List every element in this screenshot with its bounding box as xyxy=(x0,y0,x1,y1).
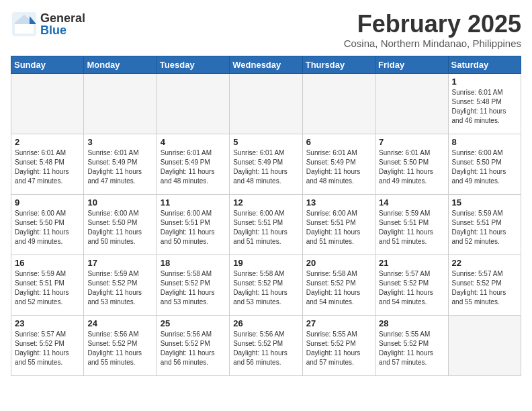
logo: General Blue xyxy=(11,11,85,38)
day-number: 15 xyxy=(452,197,517,208)
day-info: Sunrise: 5:56 AM Sunset: 5:52 PM Dayligh… xyxy=(161,330,226,367)
svg-rect-3 xyxy=(15,24,34,34)
calendar-cell: 12Sunrise: 6:00 AM Sunset: 5:51 PM Dayli… xyxy=(230,194,302,255)
weekday-header-thursday: Thursday xyxy=(302,56,375,73)
day-number: 22 xyxy=(452,258,517,268)
day-number: 4 xyxy=(161,137,226,147)
calendar-cell: 15Sunrise: 5:59 AM Sunset: 5:51 PM Dayli… xyxy=(448,194,521,255)
day-info: Sunrise: 5:59 AM Sunset: 5:52 PM Dayligh… xyxy=(87,269,152,307)
logo-name: General Blue xyxy=(40,12,85,36)
day-info: Sunrise: 6:01 AM Sunset: 5:50 PM Dayligh… xyxy=(379,148,444,186)
day-number: 19 xyxy=(233,258,298,268)
day-info: Sunrise: 5:57 AM Sunset: 5:52 PM Dayligh… xyxy=(452,269,517,307)
day-info: Sunrise: 6:00 AM Sunset: 5:50 PM Dayligh… xyxy=(452,148,517,186)
day-info: Sunrise: 6:00 AM Sunset: 5:50 PM Dayligh… xyxy=(87,209,152,246)
day-info: Sunrise: 5:59 AM Sunset: 5:51 PM Dayligh… xyxy=(15,269,80,307)
day-number: 21 xyxy=(379,258,444,268)
calendar-cell xyxy=(230,73,302,134)
day-info: Sunrise: 5:55 AM Sunset: 5:52 PM Dayligh… xyxy=(379,330,444,367)
day-info: Sunrise: 6:00 AM Sunset: 5:50 PM Dayligh… xyxy=(15,209,80,246)
calendar-cell: 22Sunrise: 5:57 AM Sunset: 5:52 PM Dayli… xyxy=(448,255,521,315)
location-title: Cosina, Northern Mindanao, Philippines xyxy=(344,38,521,49)
day-info: Sunrise: 6:00 AM Sunset: 5:51 PM Dayligh… xyxy=(233,209,298,246)
day-info: Sunrise: 5:58 AM Sunset: 5:52 PM Dayligh… xyxy=(161,269,226,307)
day-number: 24 xyxy=(87,318,152,328)
day-number: 5 xyxy=(233,137,298,147)
calendar-cell xyxy=(11,73,84,134)
day-number: 13 xyxy=(306,197,371,208)
calendar-cell: 10Sunrise: 6:00 AM Sunset: 5:50 PM Dayli… xyxy=(84,194,157,255)
day-info: Sunrise: 6:00 AM Sunset: 5:51 PM Dayligh… xyxy=(161,209,226,246)
calendar-week-4: 16Sunrise: 5:59 AM Sunset: 5:51 PM Dayli… xyxy=(11,255,521,315)
logo-blue-text: Blue xyxy=(40,24,85,36)
logo-icon xyxy=(11,11,38,38)
day-number: 12 xyxy=(233,197,298,208)
weekday-header-monday: Monday xyxy=(84,56,157,73)
day-number: 6 xyxy=(306,137,371,147)
day-info: Sunrise: 5:55 AM Sunset: 5:52 PM Dayligh… xyxy=(306,330,371,367)
day-number: 8 xyxy=(452,137,517,147)
day-number: 9 xyxy=(15,197,80,208)
day-number: 17 xyxy=(87,258,152,268)
page-header: General Blue February 2025 Cosina, North… xyxy=(11,11,521,49)
day-info: Sunrise: 5:59 AM Sunset: 5:51 PM Dayligh… xyxy=(379,209,444,246)
calendar-cell: 26Sunrise: 5:56 AM Sunset: 5:52 PM Dayli… xyxy=(230,315,302,375)
calendar-cell: 14Sunrise: 5:59 AM Sunset: 5:51 PM Dayli… xyxy=(375,194,448,255)
calendar-cell: 18Sunrise: 5:58 AM Sunset: 5:52 PM Dayli… xyxy=(157,255,229,315)
day-info: Sunrise: 5:56 AM Sunset: 5:52 PM Dayligh… xyxy=(87,330,152,367)
day-info: Sunrise: 6:01 AM Sunset: 5:48 PM Dayligh… xyxy=(15,148,80,186)
day-info: Sunrise: 6:01 AM Sunset: 5:49 PM Dayligh… xyxy=(87,148,152,186)
calendar-cell: 1Sunrise: 6:01 AM Sunset: 5:48 PM Daylig… xyxy=(448,73,521,134)
day-number: 20 xyxy=(306,258,371,268)
day-info: Sunrise: 5:58 AM Sunset: 5:52 PM Dayligh… xyxy=(233,269,298,307)
calendar-cell xyxy=(84,73,157,134)
calendar-cell: 21Sunrise: 5:57 AM Sunset: 5:52 PM Dayli… xyxy=(375,255,448,315)
day-number: 7 xyxy=(379,137,444,147)
day-info: Sunrise: 5:56 AM Sunset: 5:52 PM Dayligh… xyxy=(233,330,298,367)
day-number: 18 xyxy=(161,258,226,268)
day-number: 3 xyxy=(87,137,152,147)
calendar-week-1: 1Sunrise: 6:01 AM Sunset: 5:48 PM Daylig… xyxy=(11,73,521,134)
weekday-header-row: SundayMondayTuesdayWednesdayThursdayFrid… xyxy=(11,56,521,73)
weekday-header-wednesday: Wednesday xyxy=(230,56,302,73)
day-info: Sunrise: 6:00 AM Sunset: 5:51 PM Dayligh… xyxy=(306,209,371,246)
calendar-week-5: 23Sunrise: 5:57 AM Sunset: 5:52 PM Dayli… xyxy=(11,315,521,375)
calendar-cell: 2Sunrise: 6:01 AM Sunset: 5:48 PM Daylig… xyxy=(11,134,84,194)
day-number: 11 xyxy=(161,197,226,208)
day-number: 16 xyxy=(15,258,80,268)
calendar-cell: 16Sunrise: 5:59 AM Sunset: 5:51 PM Dayli… xyxy=(11,255,84,315)
day-info: Sunrise: 5:59 AM Sunset: 5:51 PM Dayligh… xyxy=(452,209,517,246)
weekday-header-saturday: Saturday xyxy=(448,56,521,73)
day-info: Sunrise: 6:01 AM Sunset: 5:49 PM Dayligh… xyxy=(161,148,226,186)
calendar-week-2: 2Sunrise: 6:01 AM Sunset: 5:48 PM Daylig… xyxy=(11,134,521,194)
calendar-cell: 17Sunrise: 5:59 AM Sunset: 5:52 PM Dayli… xyxy=(84,255,157,315)
calendar-cell: 19Sunrise: 5:58 AM Sunset: 5:52 PM Dayli… xyxy=(230,255,302,315)
day-info: Sunrise: 6:01 AM Sunset: 5:49 PM Dayligh… xyxy=(233,148,298,186)
day-info: Sunrise: 5:58 AM Sunset: 5:52 PM Dayligh… xyxy=(306,269,371,307)
month-title: February 2025 xyxy=(344,11,521,38)
calendar-cell: 3Sunrise: 6:01 AM Sunset: 5:49 PM Daylig… xyxy=(84,134,157,194)
calendar-cell: 8Sunrise: 6:00 AM Sunset: 5:50 PM Daylig… xyxy=(448,134,521,194)
weekday-header-friday: Friday xyxy=(375,56,448,73)
title-block: February 2025 Cosina, Northern Mindanao,… xyxy=(344,11,521,49)
day-number: 14 xyxy=(379,197,444,208)
calendar-cell: 28Sunrise: 5:55 AM Sunset: 5:52 PM Dayli… xyxy=(375,315,448,375)
weekday-header-sunday: Sunday xyxy=(11,56,84,73)
calendar-table: SundayMondayTuesdayWednesdayThursdayFrid… xyxy=(11,56,521,376)
calendar-cell: 6Sunrise: 6:01 AM Sunset: 5:49 PM Daylig… xyxy=(302,134,375,194)
day-number: 2 xyxy=(15,137,80,147)
calendar-cell: 20Sunrise: 5:58 AM Sunset: 5:52 PM Dayli… xyxy=(302,255,375,315)
calendar-cell: 23Sunrise: 5:57 AM Sunset: 5:52 PM Dayli… xyxy=(11,315,84,375)
calendar-cell: 11Sunrise: 6:00 AM Sunset: 5:51 PM Dayli… xyxy=(157,194,229,255)
calendar-cell xyxy=(375,73,448,134)
day-number: 10 xyxy=(87,197,152,208)
logo-general-text: General xyxy=(40,12,85,24)
calendar-cell xyxy=(448,315,521,375)
calendar-cell xyxy=(302,73,375,134)
day-number: 27 xyxy=(306,318,371,328)
day-info: Sunrise: 6:01 AM Sunset: 5:49 PM Dayligh… xyxy=(306,148,371,186)
weekday-header-tuesday: Tuesday xyxy=(157,56,229,73)
calendar-cell: 5Sunrise: 6:01 AM Sunset: 5:49 PM Daylig… xyxy=(230,134,302,194)
day-number: 26 xyxy=(233,318,298,328)
day-number: 23 xyxy=(15,318,80,328)
